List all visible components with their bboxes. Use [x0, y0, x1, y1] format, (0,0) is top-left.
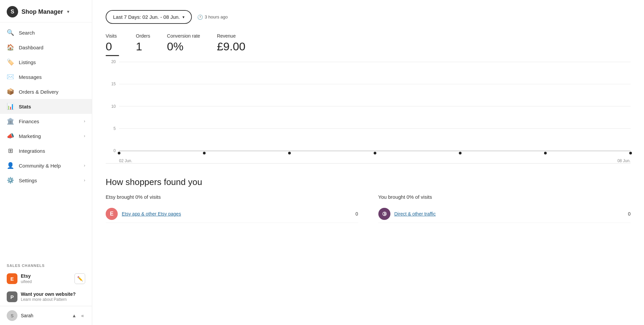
- sidebar-item-dashboard[interactable]: 🏠 Dashboard: [0, 40, 92, 55]
- gridline-label: 0: [106, 148, 116, 153]
- date-range-button[interactable]: Last 7 Days: 02 Jun. - 08 Jun. ▾: [106, 10, 192, 24]
- sidebar-item-search[interactable]: 🔍 Search: [0, 25, 92, 40]
- marketing-icon: 📣: [7, 132, 14, 140]
- collapse-sidebar-button[interactable]: «: [80, 312, 85, 320]
- chart-dot-4: [374, 152, 376, 154]
- listings-icon: 🏷️: [7, 58, 14, 66]
- sidebar: S Shop Manager ▾ 🔍 Search 🏠 Dashboard 🏷️…: [0, 0, 92, 325]
- settings-icon: ⚙️: [7, 177, 14, 184]
- search-icon: 🔍: [7, 29, 14, 36]
- direct-traffic-count: 0: [628, 211, 631, 217]
- conversion-label: Conversion rate: [167, 33, 200, 39]
- gridline-5: 5: [106, 126, 631, 131]
- sidebar-item-community[interactable]: 👤 Community & Help ›: [0, 158, 92, 173]
- integrations-icon: ⊞: [7, 147, 14, 154]
- dropdown-icon: ▾: [182, 15, 184, 19]
- visits-stat: Visits 0: [106, 33, 119, 56]
- gridline-line: [119, 106, 631, 106]
- pattern-channel-icon: P: [7, 291, 17, 302]
- etsy-app-link[interactable]: Etsy app & other Etsy pages: [122, 211, 352, 217]
- etsy-app-icon: E: [106, 208, 118, 220]
- etsy-channel: E Etsy uifeed ✏️: [0, 270, 92, 288]
- sidebar-item-label: Integrations: [19, 148, 85, 154]
- pattern-channel-info: Want your own website? Learn more about …: [21, 291, 85, 303]
- last-updated: 🕐 3 hours ago: [197, 14, 228, 20]
- finances-icon: 🏛️: [7, 118, 14, 125]
- chart-dot-3: [288, 152, 291, 154]
- visits-label: Visits: [106, 33, 119, 39]
- gridline-label: 15: [106, 82, 116, 86]
- stats-icon: 📊: [7, 103, 14, 110]
- revenue-value: £9.00: [217, 40, 246, 53]
- gridline-line: [119, 84, 631, 84]
- shop-icon: S: [7, 6, 18, 17]
- pattern-channel: P Want your own website? Learn more abou…: [0, 288, 92, 306]
- chevron-right-icon: ›: [84, 163, 85, 168]
- gridline-label: 5: [106, 126, 116, 131]
- direct-traffic-link[interactable]: Direct & other traffic: [394, 211, 624, 217]
- footer-actions: ▲ «: [70, 312, 85, 320]
- sales-channels-label: SALES CHANNELS: [0, 258, 92, 270]
- orders-icon: 📦: [7, 88, 14, 95]
- visits-underline: [106, 55, 119, 56]
- pattern-channel-name: Want your own website?: [21, 291, 85, 297]
- community-icon: 👤: [7, 162, 14, 169]
- last-updated-text: 3 hours ago: [205, 14, 228, 19]
- chart-dot-5: [459, 152, 462, 154]
- sidebar-item-stats[interactable]: 📊 Stats: [0, 99, 92, 114]
- sidebar-item-label: Settings: [19, 178, 79, 183]
- sidebar-item-integrations[interactable]: ⊞ Integrations: [0, 143, 92, 158]
- conversion-value: 0%: [167, 40, 200, 53]
- gridline-15: 15: [106, 82, 631, 86]
- etsy-col: Etsy brought 0% of visits E Etsy app & o…: [106, 194, 358, 223]
- pattern-channel-sub: Learn more about Pattern: [21, 297, 85, 303]
- chevron-right-icon: ›: [84, 119, 85, 124]
- sidebar-item-listings[interactable]: 🏷️ Listings: [0, 55, 92, 69]
- how-shoppers-title: How shoppers found you: [106, 177, 631, 187]
- orders-stat: Orders 1: [136, 33, 150, 56]
- chart-dot-1: [118, 152, 120, 154]
- chart-dot-6: [544, 152, 547, 154]
- sidebar-item-label: Listings: [19, 59, 85, 65]
- chart-dot-7: [629, 152, 632, 154]
- revenue-label: Revenue: [217, 33, 246, 39]
- sidebar-footer: S Sarah ▲ «: [0, 306, 92, 325]
- x-label-end: 08 Jun.: [618, 158, 631, 163]
- sidebar-item-settings[interactable]: ⚙️ Settings ›: [0, 173, 92, 188]
- user-name: Sarah: [21, 313, 67, 318]
- gridline-label: 20: [106, 59, 116, 64]
- sidebar-item-finances[interactable]: 🏛️ Finances ›: [0, 114, 92, 129]
- sidebar-item-orders[interactable]: 📦 Orders & Delivery: [0, 84, 92, 99]
- etsy-channel-name: Etsy: [21, 273, 71, 279]
- home-icon: 🏠: [7, 44, 14, 51]
- sidebar-item-label: Marketing: [19, 133, 79, 139]
- gridline-0: 0: [106, 148, 631, 153]
- visits-value: 0: [106, 40, 119, 53]
- chevron-down-icon: ▾: [67, 9, 69, 14]
- user-menu-button[interactable]: ▲: [70, 312, 78, 320]
- sidebar-item-messages[interactable]: ✉️ Messages: [0, 69, 92, 84]
- direct-traffic-icon: ③: [378, 208, 390, 220]
- chart-x-labels: 02 Jun. 08 Jun.: [119, 158, 631, 163]
- sidebar-item-label: Messages: [19, 74, 85, 80]
- etsy-edit-button[interactable]: ✏️: [74, 273, 85, 284]
- sidebar-item-label: Stats: [19, 104, 85, 109]
- shop-manager-header[interactable]: S Shop Manager ▾: [0, 0, 92, 22]
- etsy-channel-sub: uifeed: [21, 279, 71, 285]
- sidebar-nav: 🔍 Search 🏠 Dashboard 🏷️ Listings ✉️ Mess…: [0, 22, 92, 258]
- gridline-line: [119, 151, 631, 151]
- orders-label: Orders: [136, 33, 150, 39]
- user-avatar: S: [7, 310, 17, 321]
- gridline-20: 20: [106, 59, 631, 64]
- sidebar-item-label: Dashboard: [19, 45, 85, 50]
- revenue-stat: Revenue £9.00: [217, 33, 246, 56]
- shop-manager-label: Shop Manager: [21, 8, 63, 15]
- how-shoppers-section: How shoppers found you Etsy brought 0% o…: [106, 177, 631, 223]
- sidebar-item-label: Finances: [19, 119, 79, 124]
- sidebar-item-label: Community & Help: [19, 163, 79, 169]
- etsy-app-count: 0: [356, 211, 358, 217]
- gridline-line: [119, 128, 631, 129]
- chevron-right-icon: ›: [84, 178, 85, 183]
- sidebar-item-label: Search: [19, 30, 85, 36]
- sidebar-item-marketing[interactable]: 📣 Marketing ›: [0, 129, 92, 143]
